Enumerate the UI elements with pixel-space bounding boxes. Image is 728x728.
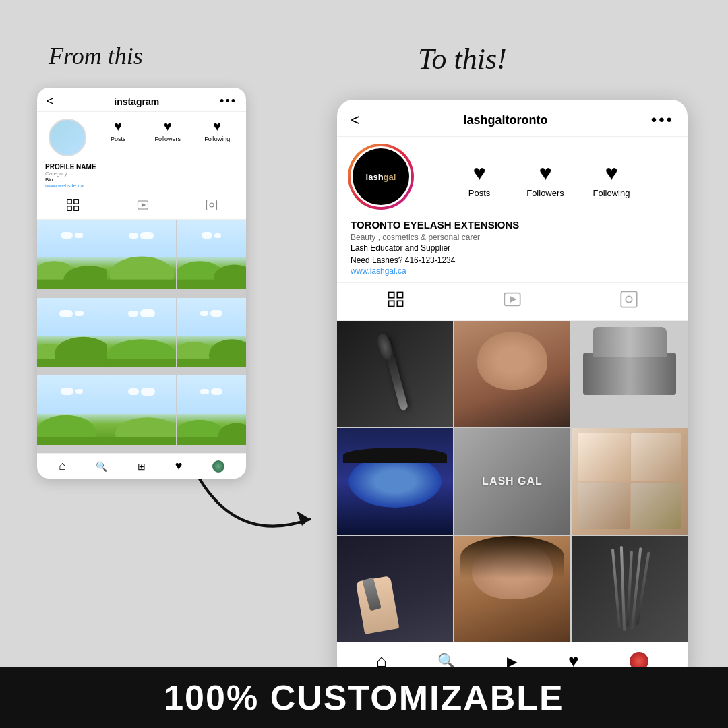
- right-following-heart-icon: ♥: [605, 160, 618, 185]
- svg-rect-13: [107, 280, 177, 289]
- right-avatar-container: lashgal: [351, 146, 417, 212]
- right-tabs: [337, 282, 688, 321]
- right-back-button[interactable]: <: [351, 111, 360, 129]
- right-tab-video[interactable]: [503, 290, 522, 313]
- right-followers-heart-icon: ♥: [539, 160, 552, 185]
- svg-point-39: [626, 296, 632, 302]
- svg-point-8: [210, 203, 214, 207]
- left-tab-grid[interactable]: [65, 198, 80, 215]
- left-grid-cell-2: [107, 220, 177, 289]
- avatar-text: lashgal: [366, 172, 396, 182]
- svg-rect-33: [397, 293, 402, 298]
- posts-label: Posts: [111, 135, 126, 142]
- left-photo-grid: [37, 220, 246, 453]
- left-phone-title: instagram: [114, 96, 159, 107]
- lash-gal-text: LASH GAL: [482, 475, 543, 487]
- left-stat-following: ♥ Following: [200, 119, 235, 142]
- left-nav-reels[interactable]: ⊞: [138, 461, 146, 472]
- svg-marker-6: [142, 204, 146, 207]
- right-bio-text: Lash Educator and Supplier Need Lashes? …: [351, 242, 674, 266]
- left-category: Category: [45, 171, 238, 177]
- left-website[interactable]: www.website.ca: [45, 183, 238, 189]
- right-grid-cell-2: [454, 321, 570, 427]
- right-website[interactable]: www.lashgal.ca: [351, 266, 674, 276]
- followers-label: Followers: [154, 135, 181, 142]
- svg-rect-2: [74, 200, 78, 204]
- right-posts-heart-icon: ♥: [473, 160, 486, 185]
- bottom-banner: 100% CUSTOMIZABLE: [0, 667, 728, 728]
- right-tab-tagged[interactable]: [619, 290, 638, 313]
- right-grid-cell-9: [572, 536, 688, 642]
- left-tab-video[interactable]: [137, 199, 149, 214]
- right-phone: < lashgaltoronto ••• lashgal ♥ Posts ♥ F…: [337, 100, 688, 679]
- from-label: From this: [49, 42, 143, 70]
- right-avatar: lashgal: [351, 146, 411, 207]
- left-nav-search[interactable]: 🔍: [96, 461, 107, 472]
- right-tab-grid[interactable]: [386, 290, 405, 313]
- right-category: Beauty , cosmetics & personal carer: [351, 233, 674, 242]
- svg-rect-32: [388, 293, 394, 298]
- svg-rect-28: [107, 437, 177, 445]
- svg-rect-34: [388, 301, 394, 306]
- right-stat-followers: ♥ Followers: [522, 160, 569, 198]
- svg-rect-3: [67, 206, 71, 210]
- svg-rect-16: [177, 280, 246, 289]
- left-grid-cell-4: [37, 298, 107, 367]
- right-grid-cell-4: [337, 428, 453, 534]
- svg-rect-7: [207, 200, 217, 210]
- left-nav-home[interactable]: ⌂: [59, 459, 66, 473]
- right-grid-cell-6: [572, 428, 688, 534]
- following-label: Following: [204, 135, 230, 142]
- right-grid-cell-1: [337, 321, 453, 427]
- right-nav-reels[interactable]: ▶: [507, 653, 517, 669]
- svg-marker-37: [511, 297, 516, 302]
- right-phone-header: < lashgaltoronto •••: [337, 100, 688, 137]
- left-phone: < instagram ••• ♥ Posts ♥ Followers ♥ Fo…: [37, 88, 246, 479]
- right-grid-cell-8: [454, 536, 570, 642]
- right-more-options[interactable]: •••: [651, 111, 674, 129]
- right-stats-row: ♥ Posts ♥ Followers ♥ Following: [417, 160, 674, 198]
- left-tabs: [37, 193, 246, 220]
- left-stat-posts: ♥ Posts: [100, 119, 135, 142]
- following-heart-icon: ♥: [213, 119, 221, 134]
- svg-rect-26: [37, 437, 107, 445]
- right-followers-label: Followers: [526, 188, 564, 198]
- left-avatar: [49, 119, 86, 156]
- left-grid-cell-7: [37, 375, 107, 445]
- svg-rect-31: [177, 437, 246, 445]
- right-posts-label: Posts: [468, 188, 491, 198]
- left-nav-profile[interactable]: [212, 460, 224, 473]
- left-stat-followers: ♥ Followers: [150, 119, 185, 142]
- left-bio-text: Bio: [45, 177, 238, 183]
- left-grid-cell-8: [107, 375, 177, 445]
- svg-rect-4: [74, 206, 78, 210]
- svg-rect-24: [177, 359, 246, 367]
- right-stat-posts: ♥ Posts: [456, 160, 503, 198]
- to-label: To this!: [418, 42, 507, 76]
- right-following-label: Following: [593, 188, 630, 198]
- right-profile-name: TORONTO EYELASH EXTENSIONS: [351, 219, 674, 231]
- left-stats-row: ♥ Posts ♥ Followers ♥ Following: [37, 112, 246, 162]
- right-photo-grid: LASH GAL: [337, 321, 688, 642]
- svg-rect-11: [37, 280, 107, 289]
- left-more-options[interactable]: •••: [220, 94, 237, 109]
- right-stat-following: ♥ Following: [588, 160, 635, 198]
- right-grid-cell-3: [572, 321, 688, 427]
- banner-text: 100% CUSTOMIZABLE: [164, 677, 564, 718]
- left-nav-heart[interactable]: ♥: [175, 459, 183, 473]
- left-grid-cell-9: [177, 375, 246, 445]
- left-back-button[interactable]: <: [47, 94, 54, 109]
- left-phone-header: < instagram •••: [37, 88, 246, 112]
- right-grid-cell-5: LASH GAL: [454, 428, 570, 534]
- right-profile-row: lashgal ♥ Posts ♥ Followers ♥ Following: [337, 137, 688, 219]
- right-username: lashgaltoronto: [463, 113, 547, 127]
- svg-rect-35: [397, 301, 402, 306]
- followers-heart-icon: ♥: [164, 119, 172, 134]
- right-bio: TORONTO EYELASH EXTENSIONS Beauty , cosm…: [337, 219, 688, 282]
- left-bio: PROFILE NAME Category Bio www.website.ca: [37, 162, 246, 193]
- left-tab-tagged[interactable]: [206, 199, 218, 214]
- posts-heart-icon: ♥: [114, 119, 122, 134]
- right-grid-cell-7: [337, 536, 453, 642]
- svg-rect-1: [67, 200, 71, 204]
- svg-rect-21: [107, 359, 177, 367]
